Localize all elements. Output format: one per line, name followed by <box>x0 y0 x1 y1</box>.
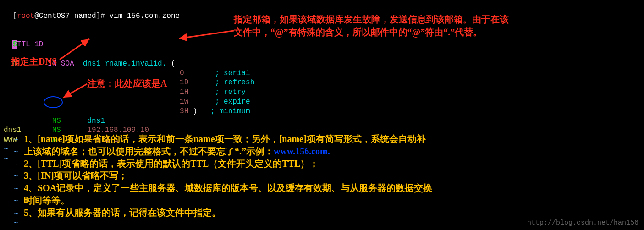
annotation-primary-dns: 指定主DNS <box>11 55 57 68</box>
annotation-mailbox: 指定邮箱，如果该域数据库发生故障，发送信息到该邮箱。由于在该 文件中，“@”有特… <box>234 13 509 38</box>
zone-soa: @ IN SOA dns1 rname.invalid. ( <box>4 49 640 69</box>
soa-params: 0 ; serial 1D ; refresh 1H ; retry 1W ; … <box>4 69 640 116</box>
annotation-should-be-a: 注意：此处应该是A <box>87 77 167 90</box>
resource-record: NS dns1 <box>4 116 640 126</box>
watermark: http://blog.csdn.net/han156 <box>527 219 638 228</box>
soa-param: 1W ; expire <box>4 97 640 107</box>
example-domain: www.156.com. <box>274 146 330 156</box>
command-text: vim 156.com.zone <box>109 12 180 20</box>
notes-block: ~1、[name]项如果省略的话，表示和前一条name项一致；另外，[name]… <box>14 133 432 228</box>
soa-param: 3H ) ; minimum <box>4 107 640 116</box>
